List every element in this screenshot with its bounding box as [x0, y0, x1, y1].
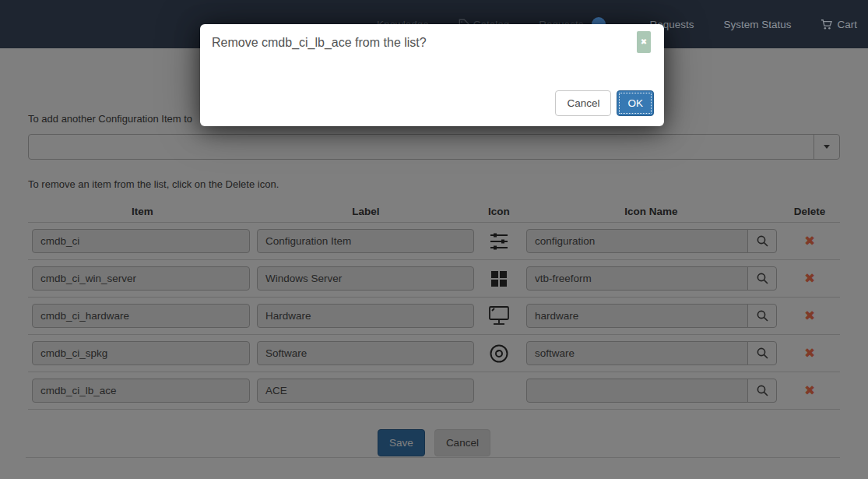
- nav-item-cart[interactable]: Cart: [821, 19, 857, 30]
- dialog-footer: Cancel OK: [555, 90, 654, 116]
- dialog-title: Remove cmdb_ci_lb_ace from the list?: [212, 36, 427, 50]
- dialog-ok-button[interactable]: OK: [617, 90, 654, 116]
- confirm-remove-dialog: Remove cmdb_ci_lb_ace from the list? ✖ C…: [200, 24, 664, 126]
- nav-item-label: Cart: [837, 19, 857, 30]
- cart-icon: [821, 19, 833, 30]
- dialog-cancel-button[interactable]: Cancel: [555, 90, 611, 116]
- nav-item-label: System Status: [723, 19, 791, 30]
- service-portal-page: Knowledge Catalog Requests Requests Syst…: [0, 0, 868, 479]
- nav-item-system-status[interactable]: System Status: [723, 19, 791, 30]
- close-icon[interactable]: ✖: [637, 31, 651, 53]
